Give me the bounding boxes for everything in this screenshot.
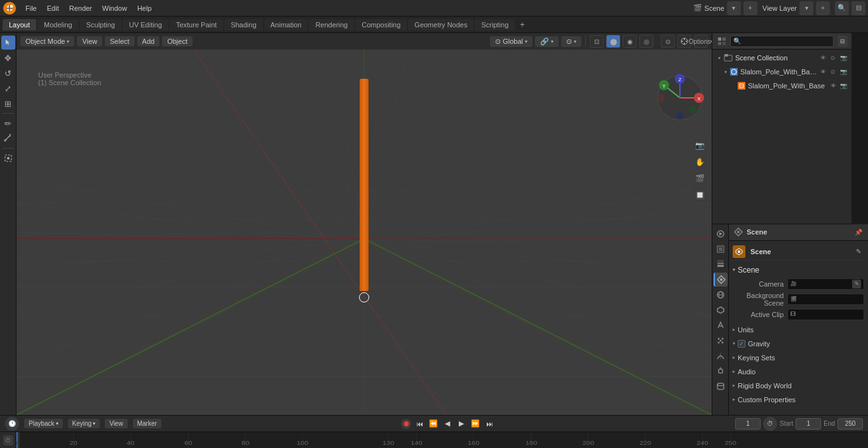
timeline-ruler[interactable]: 1 20 40 60 80 100 130 140 160 180 200 22… [17,432,868,448]
start-frame-field[interactable]: 1 [796,418,821,430]
object-props-btn[interactable] [714,303,728,317]
end-frame-field[interactable]: 250 [837,418,863,430]
custom-props-section[interactable]: ▸ Custom Properties [731,393,865,407]
active-clip-field[interactable]: 🎞 [787,309,864,320]
add-obj-tool[interactable] [1,151,15,165]
particles-props-btn[interactable] [714,334,728,348]
viewport-shading-wire[interactable]: ⊡ [590,35,604,48]
units-section[interactable]: ▸ Units [731,323,865,337]
snap-toggle[interactable]: 🔗 ▾ [535,36,559,47]
view-layer-props-btn[interactable] [714,257,728,271]
object-menu[interactable]: Object [162,36,193,46]
render-preview-btn[interactable]: 🔲 [693,188,707,202]
new-view-layer-btn[interactable]: + [816,1,830,15]
bg-scene-field[interactable]: 🎬 [787,294,864,305]
options-btn[interactable]: Options ▾ [694,35,708,48]
play-reverse-btn[interactable]: ◀ [442,418,453,430]
add-workspace-btn[interactable]: + [516,18,529,31]
tab-layout[interactable]: Layout [3,19,36,31]
view-layer-selector-btn[interactable]: ▾ [799,1,813,15]
scene-collection-row[interactable]: ▾ Scene Collection 👁 ⊙ 📷 [712,51,851,65]
item-0-hide[interactable]: 👁 [818,67,827,76]
viewport-shading-material[interactable]: ◉ [623,35,637,48]
filter-btn[interactable]: ⊟ [851,1,865,15]
pivot-selector[interactable]: ⊙ Global ▾ [490,36,532,47]
jump-to-end-btn[interactable]: ⏭ [484,418,495,430]
outliner-item-0[interactable]: ▾ Slalom_Pole_With_Base_001 👁 ⊙ 📷 [712,65,851,79]
rigid-body-world-section[interactable]: ▸ Rigid Body World [731,379,865,393]
collection-render-icon[interactable]: 📷 [839,53,848,62]
flythrough-btn[interactable]: 🎬 [693,172,707,186]
viewport-canvas[interactable]: X Y Z 📷 ✋ 🎬 [17,50,712,415]
menu-help[interactable]: Help [132,3,157,13]
item-0-viewport[interactable]: ⊙ [829,67,837,76]
annotate-tool[interactable]: ✏ [1,116,15,130]
proportional-editing[interactable]: ⊙ ▾ [561,36,581,47]
timeline-view-btn[interactable]: View [105,419,128,428]
scene-selector-btn[interactable]: ▾ [727,1,741,15]
gravity-checkbox[interactable]: ✓ [738,340,745,348]
tab-animation[interactable]: Animation [264,19,308,31]
physics-props-btn[interactable] [714,349,728,363]
viewport-overlay-btn[interactable]: ⊙ [661,35,675,48]
move-tool[interactable]: ✥ [1,51,15,65]
tab-scripting[interactable]: Scripting [475,19,515,31]
record-btn[interactable]: ⬤ [401,419,411,429]
menu-edit[interactable]: Edit [42,3,64,13]
keying-sets-section[interactable]: ▸ Keying Sets [731,351,865,365]
menu-window[interactable]: Window [97,3,132,13]
view-menu[interactable]: View [77,36,102,46]
audio-section[interactable]: ▸ Audio [731,365,865,379]
render-props-btn[interactable] [714,227,728,241]
viewport[interactable]: Object Mode ▾ View Select Add Object ⊙ G… [17,33,712,415]
data-props-btn[interactable] [714,379,728,393]
pan-view-btn[interactable]: ✋ [693,155,707,169]
timeline-editor-icon[interactable]: ⏱ [3,435,13,445]
cursor-tool[interactable] [1,36,15,50]
tab-compositing[interactable]: Compositing [355,19,407,31]
play-btn[interactable]: ▶ [456,418,467,430]
marker-btn[interactable]: Marker [133,419,161,428]
expand-arrow[interactable]: ▾ [716,55,722,61]
current-frame-field[interactable]: 1 [735,418,761,430]
tab-geometry-nodes[interactable]: Geometry Nodes [408,19,473,31]
tab-sculpting[interactable]: Sculpting [80,19,121,31]
outliner-filter-btn[interactable]: ⊟ [837,36,848,47]
camera-edit-btn[interactable]: ✎ [852,280,861,288]
modifier-props-btn[interactable] [714,318,728,332]
properties-pin-btn[interactable]: 📌 [853,226,864,238]
tab-uv-editing[interactable]: UV Editing [123,19,168,31]
scale-tool[interactable]: ⤢ [1,81,15,95]
time-display-btn[interactable]: 🕐 [5,417,19,431]
world-props-btn[interactable] [714,288,728,302]
tab-texture-paint[interactable]: Texture Paint [170,19,223,31]
viewport-shading-render[interactable]: ◎ [639,35,653,48]
prev-frame-btn[interactable]: ⏪ [428,418,439,430]
menu-file[interactable]: File [20,3,42,13]
navigation-gizmo[interactable]: X Y Z [654,72,705,123]
select-menu[interactable]: Select [105,36,135,46]
transform-tool[interactable]: ⊞ [1,97,15,111]
playback-btn[interactable]: Playback ▾ [24,419,63,428]
scene-props-btn[interactable] [714,273,728,287]
outliner-item-1[interactable]: Slalom_Pole_With_Base 👁 📷 [712,79,851,93]
gravity-section[interactable]: ▾ ✓ Gravity [731,337,865,351]
viewport-shading-solid[interactable]: ⬤ [606,35,620,48]
output-props-btn[interactable] [714,242,728,256]
constraints-props-btn[interactable] [714,364,728,378]
jump-to-start-btn[interactable]: ⏮ [414,418,425,430]
measure-tool[interactable] [1,132,15,146]
tab-shading[interactable]: Shading [224,19,262,31]
scene-options-btn[interactable]: ✎ [853,246,864,257]
tab-modeling[interactable]: Modeling [37,19,79,31]
camera-field[interactable]: 🎥 ✎ [787,278,864,290]
item-0-render[interactable]: 📷 [839,67,848,76]
tab-rendering[interactable]: Rendering [309,19,354,31]
next-frame-btn[interactable]: ⏩ [470,418,481,430]
properties-editor-icon[interactable] [733,226,744,238]
collection-viewport-icon[interactable]: ⊙ [829,53,837,62]
outliner-editor-icon[interactable] [716,36,728,47]
menu-render[interactable]: Render [64,3,97,13]
expand-arrow-0[interactable]: ▾ [722,69,729,75]
item-1-render[interactable]: 📷 [839,81,848,90]
